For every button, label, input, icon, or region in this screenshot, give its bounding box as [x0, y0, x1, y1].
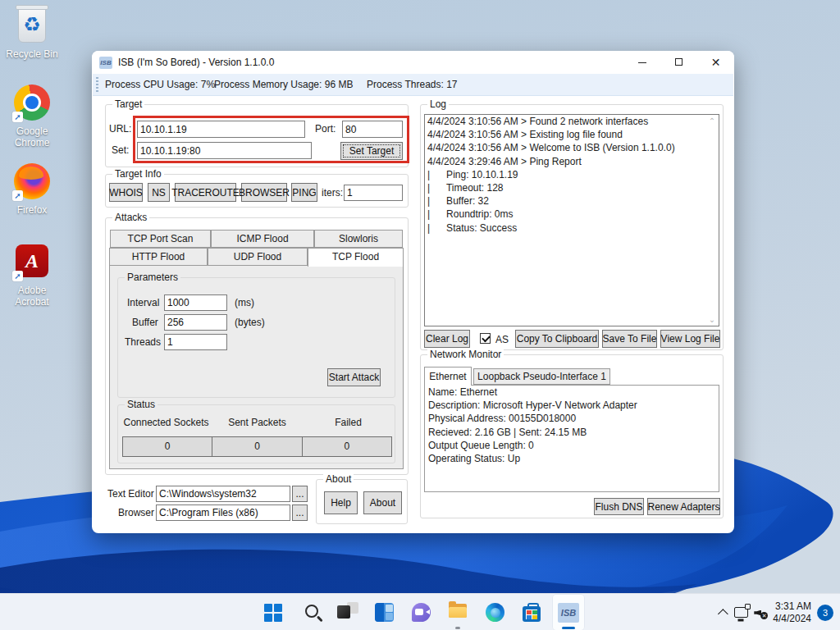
running-indicator: [455, 627, 460, 629]
threads-input[interactable]: [164, 334, 227, 350]
ping-button[interactable]: PING: [291, 183, 317, 202]
buffer-label: Buffer: [132, 317, 158, 328]
task-view-button[interactable]: [331, 594, 363, 630]
acrobat-icon: A ➚: [11, 241, 52, 282]
desktop-icon-google-chrome[interactable]: ➚ Google Chrome: [4, 82, 60, 148]
network-tray-icon[interactable]: [734, 607, 748, 618]
desktop-icon-label: Google Chrome: [4, 126, 60, 148]
browser-browse-button[interactable]: ...: [292, 504, 308, 521]
recycle-bin-icon: ♻: [11, 5, 52, 46]
tray-chevron-up-icon[interactable]: [718, 609, 728, 619]
tab-udp-flood[interactable]: UDP Flood: [208, 248, 308, 266]
set-label: Set:: [112, 144, 129, 156]
cpu-usage-status: Process CPU Usage: 7%: [105, 79, 215, 90]
start-button[interactable]: [257, 594, 290, 630]
tab-ethernet[interactable]: Ethernet: [424, 367, 472, 386]
tray-clock[interactable]: 3:31 AM 4/4/2024: [773, 600, 811, 625]
sent-packets-value: 0: [212, 437, 302, 456]
text-editor-browse-button[interactable]: ...: [292, 486, 308, 502]
adapter-operating-status: Operating Status: Up: [425, 452, 719, 465]
browser-button[interactable]: BROWSER: [241, 183, 287, 202]
desktop: ♻ Recycle Bin ➚ Google Chrome ➚ Firefox …: [0, 0, 840, 630]
tab-loopback-pseudo-interface[interactable]: Loopback Pseudo-Interface 1: [473, 368, 610, 385]
tab-icmp-flood[interactable]: ICMP Flood: [211, 230, 314, 248]
title-bar[interactable]: ISB ISB (I'm So Bored) - Version 1.1.0.0…: [92, 51, 734, 74]
traceroute-button[interactable]: TRACEROUTE: [175, 183, 236, 202]
log-entry: 4/4/2024 3:10:56 AM > Welcome to ISB (Ve…: [425, 141, 719, 154]
clear-log-button[interactable]: Clear Log: [424, 330, 470, 348]
start-attack-button[interactable]: Start Attack: [327, 368, 381, 386]
file-explorer-button[interactable]: [441, 594, 474, 630]
tab-slowloris[interactable]: Slowloris: [314, 230, 403, 248]
set-target-button[interactable]: Set Target: [340, 142, 403, 160]
desktop-icon-label: Recycle Bin: [4, 48, 60, 60]
help-button[interactable]: Help: [324, 491, 358, 514]
log-entry: | Ping: 10.10.1.19: [425, 168, 719, 181]
volume-muted-icon[interactable]: ✕: [754, 607, 767, 619]
desktop-icon-label: Firefox: [4, 204, 60, 216]
as-checkbox-label[interactable]: AS: [495, 334, 509, 345]
threads-label: Threads: [125, 336, 161, 348]
port-input[interactable]: [342, 121, 403, 138]
active-indicator: [562, 627, 575, 629]
set-input[interactable]: [137, 142, 312, 159]
renew-adapters-button[interactable]: Renew Adapters: [647, 498, 720, 515]
whois-button[interactable]: WHOIS: [109, 183, 143, 202]
sent-packets-header: Sent Packets: [212, 417, 303, 428]
text-editor-path-input[interactable]: [156, 486, 290, 502]
tab-tcp-flood[interactable]: TCP Flood: [308, 248, 404, 267]
failed-value: 0: [303, 437, 391, 456]
search-icon: [305, 605, 318, 618]
tab-http-flood[interactable]: HTTP Flood: [109, 248, 208, 266]
maximize-button[interactable]: [660, 51, 697, 74]
iters-input[interactable]: [344, 185, 403, 201]
about-button[interactable]: About: [363, 491, 402, 514]
search-button[interactable]: [294, 594, 326, 630]
buffer-unit-label: (bytes): [235, 317, 265, 328]
log-listbox[interactable]: 4/4/2024 3:10:56 AM > Found 2 network in…: [424, 114, 719, 326]
target-info-group-label: Target Info: [112, 168, 164, 180]
network-monitor-group-label: Network Monitor: [427, 349, 504, 360]
toolstrip-grip[interactable]: [96, 77, 98, 93]
as-checkbox[interactable]: [480, 333, 491, 344]
isb-taskbar-button[interactable]: ISB: [552, 594, 585, 630]
url-label: URL:: [109, 123, 131, 135]
port-label: Port:: [315, 123, 336, 135]
tab-tcp-port-scan[interactable]: TCP Port Scan: [110, 230, 211, 248]
chat-button[interactable]: [404, 594, 437, 630]
shortcut-arrow-icon: ➚: [12, 190, 23, 201]
attack-status-groupbox: Status Connected Sockets Sent Packets Fa…: [117, 404, 395, 463]
buffer-input[interactable]: [164, 314, 227, 331]
save-to-file-button[interactable]: Save To File: [602, 330, 657, 348]
copy-to-clipboard-button[interactable]: Copy To Clipboard: [515, 330, 599, 348]
desktop-icon-firefox[interactable]: ➚ Firefox: [4, 161, 60, 216]
desktop-icon-adobe-acrobat[interactable]: A ➚ Adobe Acrobat: [4, 241, 60, 308]
browser-path-input[interactable]: [156, 504, 290, 521]
widgets-button[interactable]: [368, 594, 400, 630]
desktop-icon-recycle-bin[interactable]: ♻ Recycle Bin: [4, 5, 60, 60]
connected-sockets-header: Connected Sockets: [121, 417, 212, 428]
ns-button[interactable]: NS: [148, 183, 170, 202]
attacks-group-label: Attacks: [112, 212, 149, 223]
connected-sockets-value: 0: [123, 437, 212, 456]
isb-app-window: ISB ISB (I'm So Bored) - Version 1.1.0.0…: [92, 51, 734, 533]
store-button[interactable]: [515, 594, 548, 630]
text-editor-label: Text Editor: [107, 488, 154, 500]
url-input[interactable]: [137, 121, 305, 138]
view-log-file-button[interactable]: View Log File: [660, 330, 720, 348]
minimize-button[interactable]: [623, 51, 660, 74]
close-button[interactable]: ✕: [697, 51, 734, 74]
log-entry: 4/4/2024 3:10:56 AM > Existing log file …: [425, 128, 719, 141]
scroll-down-icon[interactable]: ⌄: [707, 315, 717, 324]
flush-dns-button[interactable]: Flush DNS: [594, 498, 644, 515]
edge-button[interactable]: [478, 594, 511, 630]
log-entry: | Roundtrip: 0ms: [425, 208, 719, 221]
log-entry: 4/4/2024 3:29:46 AM > Ping Report: [425, 155, 719, 168]
scroll-up-icon[interactable]: ⌃: [707, 116, 717, 126]
interval-input[interactable]: [164, 294, 227, 311]
notification-badge[interactable]: 3: [817, 605, 833, 621]
log-entry: 4/4/2024 3:10:56 AM > Found 2 network in…: [425, 115, 719, 128]
log-entry: | Status: Success: [425, 221, 719, 235]
network-adapter-details: Name: Ethernet Description: Microsoft Hy…: [424, 385, 719, 492]
interval-label: Interval: [127, 297, 159, 308]
